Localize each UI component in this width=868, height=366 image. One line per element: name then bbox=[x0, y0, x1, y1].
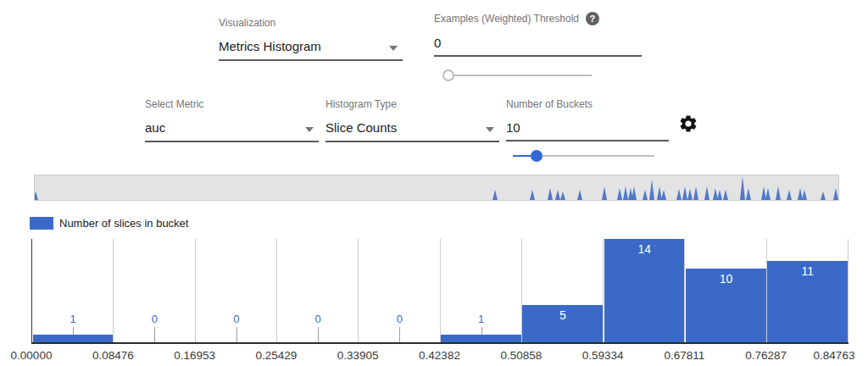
overview-brush-strip[interactable] bbox=[34, 175, 839, 201]
visualization-value: Metrics Histogram bbox=[219, 39, 321, 54]
density-spike bbox=[548, 188, 553, 200]
x-axis-tick-label: 0.50858 bbox=[483, 349, 559, 362]
density-spike bbox=[693, 186, 698, 200]
bar-value-label: 0 bbox=[137, 313, 171, 325]
density-spike bbox=[649, 180, 654, 200]
legend-swatch bbox=[30, 217, 53, 230]
visualization-label: Visualization bbox=[219, 17, 403, 29]
density-spike bbox=[560, 191, 565, 200]
density-spike bbox=[617, 188, 622, 200]
bar-value-label: 14 bbox=[623, 242, 665, 256]
density-spike bbox=[761, 186, 766, 200]
density-spike bbox=[687, 189, 693, 200]
select-metric-dropdown[interactable]: Select Metric auc bbox=[145, 98, 319, 142]
bar-label-stem bbox=[399, 327, 400, 342]
density-spike bbox=[682, 186, 687, 200]
select-metric-value: auc bbox=[145, 120, 165, 136]
bar-label-stem bbox=[154, 327, 155, 342]
select-metric-label: Select Metric bbox=[145, 98, 319, 110]
metrics-histogram-panel: Visualization Metrics Histogram Examples… bbox=[0, 0, 868, 366]
density-spike bbox=[530, 190, 535, 200]
bar-value-label: 0 bbox=[301, 313, 335, 325]
bar-value-label: 0 bbox=[220, 313, 253, 325]
histogram-type-value: Slice Counts bbox=[326, 120, 397, 136]
density-spike bbox=[623, 186, 628, 200]
x-axis-tick-label: 0.67811 bbox=[646, 349, 722, 362]
bar-value-label: 1 bbox=[465, 313, 498, 325]
density-spike bbox=[798, 188, 803, 200]
chevron-down-icon[interactable] bbox=[305, 127, 314, 132]
gridline bbox=[440, 239, 441, 342]
gridline bbox=[276, 239, 277, 342]
density-spike bbox=[713, 188, 718, 200]
density-spikes bbox=[35, 175, 838, 200]
threshold-label: Examples (Weighted) Threshold bbox=[434, 13, 579, 25]
histogram-type-dropdown[interactable]: Histogram Type Slice Counts bbox=[326, 98, 499, 142]
density-spike bbox=[704, 186, 709, 200]
density-spike bbox=[555, 190, 560, 200]
x-axis-tick-label: 0.33905 bbox=[320, 349, 396, 362]
density-spike bbox=[740, 176, 745, 200]
help-icon[interactable]: ? bbox=[586, 12, 599, 25]
threshold-slider[interactable] bbox=[442, 69, 592, 81]
threshold-input[interactable] bbox=[434, 30, 642, 55]
density-spike bbox=[717, 190, 722, 200]
x-axis-tick-label: 0.25429 bbox=[238, 349, 314, 362]
bar-value-label: 1 bbox=[56, 313, 90, 325]
density-spike bbox=[643, 190, 648, 200]
num-buckets-label: Number of Buckets bbox=[506, 98, 669, 110]
x-axis-tick-label: 0.16953 bbox=[157, 349, 233, 362]
bar-value-label: 10 bbox=[705, 272, 748, 286]
gridline bbox=[195, 239, 196, 342]
density-spike bbox=[802, 190, 807, 200]
gridline bbox=[113, 239, 114, 342]
metrics-histogram-chart: 1000015141011 0.000000.084760.169530.254… bbox=[0, 239, 868, 366]
density-spike bbox=[676, 189, 682, 200]
density-spike bbox=[632, 186, 637, 200]
density-spike bbox=[35, 191, 38, 200]
x-axis-tick-label: 0.00000 bbox=[0, 349, 70, 362]
threshold-control: Examples (Weighted) Threshold ? bbox=[434, 12, 642, 57]
density-spike bbox=[657, 186, 662, 200]
histogram-bar[interactable] bbox=[441, 335, 521, 342]
density-spike bbox=[577, 190, 582, 200]
gridline bbox=[358, 239, 359, 342]
x-axis-tick-label: 0.76287 bbox=[728, 349, 804, 362]
density-spike bbox=[746, 188, 751, 200]
chart-legend: Number of slices in bucket bbox=[30, 217, 188, 230]
slider-track[interactable] bbox=[453, 75, 592, 76]
x-axis-tick-label: 0.42382 bbox=[402, 349, 478, 362]
visualization-dropdown[interactable]: Visualization Metrics Histogram bbox=[219, 17, 403, 61]
density-spike bbox=[492, 190, 498, 200]
bar-value-label: 5 bbox=[542, 308, 584, 322]
x-axis-tick-label: 0.08476 bbox=[75, 349, 151, 362]
density-spike bbox=[821, 191, 826, 200]
x-axis-tick-label: 0.59334 bbox=[565, 349, 641, 362]
bar-label-stem bbox=[318, 327, 319, 342]
density-spike bbox=[661, 190, 666, 200]
density-spike bbox=[833, 188, 838, 200]
num-buckets-control: Number of Buckets bbox=[506, 98, 669, 141]
histogram-type-label: Histogram Type bbox=[326, 98, 499, 110]
density-spike bbox=[602, 186, 607, 200]
plot-area: 1000015141011 bbox=[31, 239, 849, 344]
gridline bbox=[848, 239, 849, 342]
chevron-down-icon[interactable] bbox=[389, 46, 398, 51]
bar-label-stem bbox=[236, 327, 237, 342]
density-spike bbox=[765, 188, 771, 200]
density-spike bbox=[776, 186, 781, 200]
bar-value-label: 0 bbox=[382, 313, 416, 325]
settings-gear-icon[interactable] bbox=[678, 114, 698, 136]
num-buckets-input[interactable] bbox=[506, 114, 669, 140]
num-buckets-slider-thumb[interactable] bbox=[531, 150, 542, 162]
density-spike bbox=[723, 190, 728, 200]
legend-label: Number of slices in bucket bbox=[59, 217, 188, 230]
bar-value-label: 11 bbox=[787, 264, 829, 278]
chevron-down-icon[interactable] bbox=[486, 127, 494, 132]
histogram-bar[interactable] bbox=[33, 335, 114, 342]
x-axis-tick-label: 0.84763 bbox=[796, 349, 868, 362]
slider-track[interactable] bbox=[542, 155, 654, 157]
num-buckets-slider[interactable] bbox=[513, 150, 654, 162]
density-spike bbox=[787, 190, 792, 200]
threshold-slider-thumb[interactable] bbox=[442, 69, 454, 81]
